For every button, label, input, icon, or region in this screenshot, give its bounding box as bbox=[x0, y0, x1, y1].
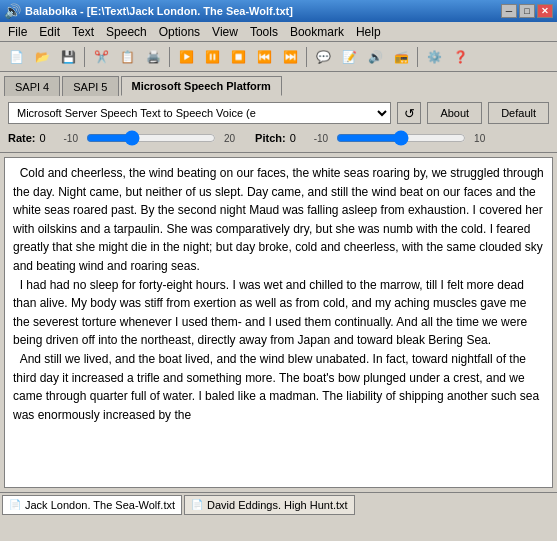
title-left: 🔊 Balabolka - [E:\Text\Jack London. The … bbox=[4, 3, 293, 19]
menu-bookmark[interactable]: Bookmark bbox=[284, 23, 350, 41]
rate-slider[interactable] bbox=[86, 130, 216, 146]
title-text: Balabolka - [E:\Text\Jack London. The Se… bbox=[25, 5, 293, 17]
menu-options[interactable]: Options bbox=[153, 23, 206, 41]
rate-value: 0 bbox=[40, 132, 56, 144]
menu-help[interactable]: Help bbox=[350, 23, 387, 41]
toolbar-broadcast[interactable]: 📻 bbox=[389, 45, 413, 69]
toolbar-play[interactable]: ▶️ bbox=[174, 45, 198, 69]
menu-bar: File Edit Text Speech Options View Tools… bbox=[0, 22, 557, 42]
status-tab-icon2: 📄 bbox=[191, 499, 203, 510]
status-tab-icon1: 📄 bbox=[9, 499, 21, 510]
toolbar-print[interactable]: 🖨️ bbox=[141, 45, 165, 69]
close-button[interactable]: ✕ bbox=[537, 4, 553, 18]
text-content: Cold and cheerless, the wind beating on … bbox=[13, 164, 544, 424]
toolbar-cut[interactable]: ✂️ bbox=[89, 45, 113, 69]
toolbar-edit[interactable]: 📝 bbox=[337, 45, 361, 69]
menu-file[interactable]: File bbox=[2, 23, 33, 41]
status-tab-label1: Jack London. The Sea-Wolf.txt bbox=[25, 499, 175, 511]
rate-max: 20 bbox=[224, 133, 235, 144]
about-button[interactable]: About bbox=[427, 102, 482, 124]
toolbar-voice[interactable]: 💬 bbox=[311, 45, 335, 69]
toolbar-new[interactable]: 📄 bbox=[4, 45, 28, 69]
app-icon: 🔊 bbox=[4, 3, 21, 19]
pitch-group: Pitch: 0 bbox=[255, 132, 306, 144]
pitch-max: 10 bbox=[474, 133, 485, 144]
toolbar-open[interactable]: 📂 bbox=[30, 45, 54, 69]
slider-row: Rate: 0 -10 20 Pitch: 0 -10 10 bbox=[8, 130, 549, 146]
toolbar: 📄 📂 💾 ✂️ 📋 🖨️ ▶️ ⏸️ ⏹️ ⏮️ ⏭️ 💬 📝 🔊 📻 ⚙️ … bbox=[0, 42, 557, 72]
rate-min: -10 bbox=[64, 133, 78, 144]
refresh-button[interactable]: ↺ bbox=[397, 102, 421, 124]
toolbar-pause[interactable]: ⏸️ bbox=[200, 45, 224, 69]
menu-speech[interactable]: Speech bbox=[100, 23, 153, 41]
menu-tools[interactable]: Tools bbox=[244, 23, 284, 41]
toolbar-sep4 bbox=[417, 47, 418, 67]
toolbar-copy[interactable]: 📋 bbox=[115, 45, 139, 69]
default-button[interactable]: Default bbox=[488, 102, 549, 124]
toolbar-audio[interactable]: 🔊 bbox=[363, 45, 387, 69]
title-controls: ─ □ ✕ bbox=[501, 4, 553, 18]
rate-label: Rate: bbox=[8, 132, 36, 144]
tab-ms-speech[interactable]: Microsoft Speech Platform bbox=[121, 76, 282, 96]
toolbar-help[interactable]: ❓ bbox=[448, 45, 472, 69]
toolbar-sep3 bbox=[306, 47, 307, 67]
menu-edit[interactable]: Edit bbox=[33, 23, 66, 41]
toolbar-next[interactable]: ⏭️ bbox=[278, 45, 302, 69]
pitch-label: Pitch: bbox=[255, 132, 286, 144]
maximize-button[interactable]: □ bbox=[519, 4, 535, 18]
pitch-min: -10 bbox=[314, 133, 328, 144]
tab-bar: SAPI 4 SAPI 5 Microsoft Speech Platform bbox=[0, 72, 557, 96]
toolbar-sep1 bbox=[84, 47, 85, 67]
toolbar-stop[interactable]: ⏹️ bbox=[226, 45, 250, 69]
title-bar: 🔊 Balabolka - [E:\Text\Jack London. The … bbox=[0, 0, 557, 22]
tab-sapi4[interactable]: SAPI 4 bbox=[4, 76, 60, 96]
pitch-value: 0 bbox=[290, 132, 306, 144]
tts-row1: Microsoft Server Speech Text to Speech V… bbox=[8, 102, 549, 124]
menu-view[interactable]: View bbox=[206, 23, 244, 41]
rate-group: Rate: 0 bbox=[8, 132, 56, 144]
status-tab-highhunt[interactable]: 📄 David Eddings. High Hunt.txt bbox=[184, 495, 355, 515]
tab-sapi5[interactable]: SAPI 5 bbox=[62, 76, 118, 96]
menu-text[interactable]: Text bbox=[66, 23, 100, 41]
tts-controls: Microsoft Server Speech Text to Speech V… bbox=[0, 96, 557, 153]
status-tab-seawolf[interactable]: 📄 Jack London. The Sea-Wolf.txt bbox=[2, 495, 182, 515]
toolbar-sep2 bbox=[169, 47, 170, 67]
toolbar-prev[interactable]: ⏮️ bbox=[252, 45, 276, 69]
voice-select[interactable]: Microsoft Server Speech Text to Speech V… bbox=[8, 102, 391, 124]
status-bar: 📄 Jack London. The Sea-Wolf.txt 📄 David … bbox=[0, 492, 557, 516]
minimize-button[interactable]: ─ bbox=[501, 4, 517, 18]
pitch-slider[interactable] bbox=[336, 130, 466, 146]
status-tab-label2: David Eddings. High Hunt.txt bbox=[207, 499, 348, 511]
toolbar-settings[interactable]: ⚙️ bbox=[422, 45, 446, 69]
text-area[interactable]: Cold and cheerless, the wind beating on … bbox=[4, 157, 553, 488]
toolbar-save[interactable]: 💾 bbox=[56, 45, 80, 69]
